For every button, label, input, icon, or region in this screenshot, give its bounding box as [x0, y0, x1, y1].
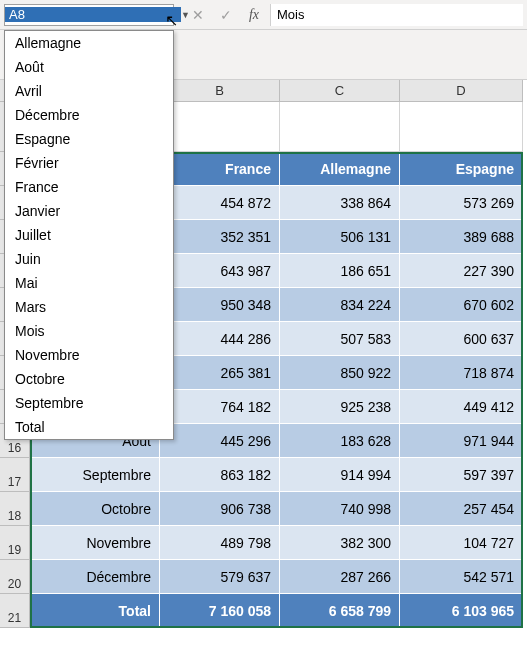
cell[interactable]: 257 454: [400, 492, 523, 526]
cell[interactable]: 227 390: [400, 254, 523, 288]
dropdown-item[interactable]: Mai: [5, 271, 173, 295]
cell[interactable]: 104 727: [400, 526, 523, 560]
cell[interactable]: 6 103 965: [400, 594, 523, 628]
cell[interactable]: 382 300: [280, 526, 400, 560]
table-row: 21Total7 160 0586 658 7996 103 965: [0, 594, 527, 628]
cell[interactable]: [400, 102, 523, 152]
dropdown-item[interactable]: Octobre: [5, 367, 173, 391]
row-header[interactable]: 20: [0, 560, 30, 594]
cell[interactable]: 6 658 799: [280, 594, 400, 628]
formula-cancel-button: ✕: [190, 7, 206, 23]
cell[interactable]: 597 397: [400, 458, 523, 492]
cell[interactable]: 925 238: [280, 390, 400, 424]
cell[interactable]: 670 602: [400, 288, 523, 322]
cell[interactable]: 850 922: [280, 356, 400, 390]
col-header-d[interactable]: D: [400, 80, 523, 102]
cell[interactable]: Décembre: [30, 560, 160, 594]
cell[interactable]: 971 944: [400, 424, 523, 458]
cell[interactable]: [280, 102, 400, 152]
table-row: 20Décembre579 637287 266542 571: [0, 560, 527, 594]
dropdown-item[interactable]: Novembre: [5, 343, 173, 367]
cell[interactable]: 454 872: [160, 186, 280, 220]
dropdown-item[interactable]: Total: [5, 415, 173, 439]
cell[interactable]: 718 874: [400, 356, 523, 390]
col-header-b[interactable]: B: [160, 80, 280, 102]
row-header[interactable]: 18: [0, 492, 30, 526]
table-row: 17Septembre863 182914 994597 397: [0, 458, 527, 492]
row-header[interactable]: 19: [0, 526, 30, 560]
cell[interactable]: 186 651: [280, 254, 400, 288]
dropdown-item[interactable]: Allemagne: [5, 31, 173, 55]
cell[interactable]: Allemagne: [280, 152, 400, 186]
cell[interactable]: 643 987: [160, 254, 280, 288]
cell[interactable]: 265 381: [160, 356, 280, 390]
cell[interactable]: 542 571: [400, 560, 523, 594]
cell[interactable]: 449 412: [400, 390, 523, 424]
name-box[interactable]: ▼: [4, 4, 174, 26]
dropdown-item[interactable]: Avril: [5, 79, 173, 103]
dropdown-item[interactable]: France: [5, 175, 173, 199]
cell[interactable]: Octobre: [30, 492, 160, 526]
dropdown-item[interactable]: Août: [5, 55, 173, 79]
cell[interactable]: 764 182: [160, 390, 280, 424]
dropdown-item[interactable]: Mois: [5, 319, 173, 343]
name-box-dropdown[interactable]: AllemagneAoûtAvrilDécembreEspagneFévrier…: [4, 30, 174, 440]
cell[interactable]: 183 628: [280, 424, 400, 458]
fx-button[interactable]: fx: [246, 7, 262, 23]
cell[interactable]: 906 738: [160, 492, 280, 526]
dropdown-item[interactable]: Juillet: [5, 223, 173, 247]
table-row: 19Novembre489 798382 300104 727: [0, 526, 527, 560]
cell[interactable]: Novembre: [30, 526, 160, 560]
dropdown-item[interactable]: Espagne: [5, 127, 173, 151]
cell[interactable]: France: [160, 152, 280, 186]
row-header[interactable]: 21: [0, 594, 30, 628]
formula-confirm-button: ✓: [218, 7, 234, 23]
dropdown-item[interactable]: Juin: [5, 247, 173, 271]
cell[interactable]: 444 286: [160, 322, 280, 356]
name-box-input[interactable]: [5, 7, 181, 22]
cell[interactable]: 7 160 058: [160, 594, 280, 628]
dropdown-item[interactable]: Mars: [5, 295, 173, 319]
cell[interactable]: 834 224: [280, 288, 400, 322]
cell[interactable]: Espagne: [400, 152, 523, 186]
cell[interactable]: 740 998: [280, 492, 400, 526]
cell[interactable]: 507 583: [280, 322, 400, 356]
cell[interactable]: 506 131: [280, 220, 400, 254]
cell[interactable]: 287 266: [280, 560, 400, 594]
cell[interactable]: Total: [30, 594, 160, 628]
formula-bar-input[interactable]: [270, 4, 523, 26]
dropdown-item[interactable]: Décembre: [5, 103, 173, 127]
row-header[interactable]: 17: [0, 458, 30, 492]
name-box-dropdown-arrow[interactable]: ▼: [181, 10, 190, 20]
cell[interactable]: 600 637: [400, 322, 523, 356]
cell[interactable]: 914 994: [280, 458, 400, 492]
cell[interactable]: 389 688: [400, 220, 523, 254]
col-header-c[interactable]: C: [280, 80, 400, 102]
cell[interactable]: 950 348: [160, 288, 280, 322]
dropdown-item[interactable]: Septembre: [5, 391, 173, 415]
table-row: 18Octobre906 738740 998257 454: [0, 492, 527, 526]
cell[interactable]: 338 864: [280, 186, 400, 220]
dropdown-item[interactable]: Janvier: [5, 199, 173, 223]
dropdown-item[interactable]: Février: [5, 151, 173, 175]
cell[interactable]: 445 296: [160, 424, 280, 458]
cell[interactable]: [160, 102, 280, 152]
cell[interactable]: 352 351: [160, 220, 280, 254]
cell[interactable]: 579 637: [160, 560, 280, 594]
cell[interactable]: 863 182: [160, 458, 280, 492]
cell[interactable]: Septembre: [30, 458, 160, 492]
cell[interactable]: 573 269: [400, 186, 523, 220]
cell[interactable]: 489 798: [160, 526, 280, 560]
